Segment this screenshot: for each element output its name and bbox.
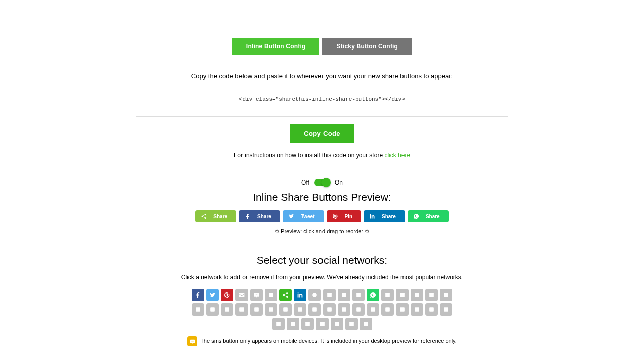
network-diaspora-button[interactable] [279, 303, 292, 316]
delicious-icon [253, 306, 260, 313]
tab-sticky[interactable]: Sticky Button Config [322, 38, 412, 55]
copy-code-button[interactable]: Copy Code [290, 124, 354, 143]
network-print-button[interactable] [440, 289, 452, 301]
network-skype-button[interactable] [287, 318, 299, 330]
network-surfingbird-button[interactable] [272, 318, 285, 330]
toggle-off-label: Off [301, 179, 309, 186]
network-wechat-button[interactable] [360, 318, 372, 330]
network-tumblr-button[interactable] [323, 289, 336, 301]
network-instapaper-button[interactable] [367, 303, 379, 316]
preview-label: Share [426, 214, 440, 219]
network-meneame-button[interactable] [221, 303, 233, 316]
network-gmail-button[interactable] [338, 303, 350, 316]
network-weibo-button[interactable] [396, 289, 409, 301]
preview-label: Share [213, 214, 227, 219]
refind-icon [428, 306, 435, 313]
preview-label: Pin [345, 214, 353, 219]
network-buffer-button[interactable] [265, 303, 277, 316]
xing-icon [428, 292, 435, 298]
whatsapp-icon [370, 292, 376, 298]
preview-linkedin-button[interactable]: Share [364, 210, 405, 222]
network-line-button[interactable] [381, 303, 394, 316]
network-blogger-button[interactable] [192, 303, 204, 316]
reddit-icon [311, 292, 318, 298]
network-linkedin-button[interactable] [294, 289, 306, 301]
network-flipboard-button[interactable] [206, 303, 219, 316]
pinterest-icon [224, 292, 230, 298]
sms-icon [253, 292, 260, 298]
network-sms-button[interactable] [250, 289, 263, 301]
tumblr-icon [326, 292, 333, 298]
network-refind-button[interactable] [425, 303, 438, 316]
facebook-icon [195, 292, 201, 298]
telegram-icon [304, 321, 311, 327]
preview-label: Share [382, 214, 396, 219]
network-mailru-button[interactable] [235, 303, 248, 316]
line-icon [384, 306, 391, 313]
network-reddit-button[interactable] [308, 289, 321, 301]
network-vk-button[interactable] [381, 289, 394, 301]
instapaper-icon [370, 306, 376, 313]
sharethis-icon [282, 292, 289, 298]
messenger-icon [268, 292, 274, 298]
network-douban-button[interactable] [294, 303, 306, 316]
facebook-icon [244, 213, 251, 220]
network-googlebookmarks-button[interactable] [323, 303, 336, 316]
network-delicious-button[interactable] [250, 303, 263, 316]
network-facebook-button[interactable] [192, 289, 204, 301]
network-threema-button[interactable] [316, 318, 329, 330]
network-pocket-button[interactable] [396, 303, 409, 316]
network-evernote-button[interactable] [308, 303, 321, 316]
network-xing-button[interactable] [425, 289, 438, 301]
wordpress-icon [348, 321, 355, 327]
stumbleupon-icon [355, 292, 362, 298]
flipboard-icon [209, 306, 216, 313]
pinterest-icon [332, 213, 339, 220]
network-yahoomail-button[interactable] [331, 318, 343, 330]
enable-toggle[interactable] [314, 179, 330, 186]
network-qzone-button[interactable] [411, 303, 423, 316]
network-email-button[interactable] [235, 289, 248, 301]
tab-inline[interactable]: Inline Button Config [232, 38, 320, 55]
preview-hint: ✩ Preview: click and drag to reorder ✩ [69, 228, 576, 235]
pocket-icon [399, 306, 406, 313]
network-renren-button[interactable] [440, 303, 452, 316]
preview-twitter-button[interactable]: Tweet [283, 210, 324, 222]
config-tabs: Inline Button Config Sticky Button Confi… [69, 38, 576, 55]
network-wordpress-button[interactable] [345, 318, 358, 330]
sms-note: The sms button only appears on mobile de… [69, 336, 576, 346]
install-instructions: For instructions on how to install this … [69, 152, 576, 159]
install-link[interactable]: click here [384, 152, 410, 159]
preview-whatsapp-button[interactable]: Share [408, 210, 449, 222]
preview-buttons-row: ShareShareTweetPinShareShare [69, 210, 576, 222]
network-messenger-button[interactable] [265, 289, 277, 301]
preview-label: Share [257, 214, 271, 219]
network-stumbleupon-button[interactable] [352, 289, 365, 301]
network-telegram-button[interactable] [301, 318, 314, 330]
network-digg-button[interactable] [338, 289, 350, 301]
buffer-icon [268, 306, 274, 313]
email-icon [238, 292, 245, 298]
network-hackernews-button[interactable] [352, 303, 365, 316]
preview-facebook-button[interactable]: Share [239, 210, 280, 222]
network-pinterest-button[interactable] [221, 289, 233, 301]
network-twitter-button[interactable] [206, 289, 219, 301]
network-sharethis-button[interactable] [279, 289, 292, 301]
preview-label: Tweet [301, 214, 315, 219]
network-whatsapp-button[interactable] [367, 289, 379, 301]
toggle-on-label: On [335, 179, 343, 186]
sharethis-icon [200, 213, 207, 220]
code-snippet-box[interactable]: <div class="sharethis-inline-share-butto… [136, 89, 508, 117]
renren-icon [443, 306, 449, 313]
preview-sharethis-button[interactable]: Share [195, 210, 236, 222]
vk-icon [384, 292, 391, 298]
threema-icon [319, 321, 326, 327]
blogger-icon [195, 306, 201, 313]
code-instruction: Copy the code below and paste it to wher… [69, 72, 576, 80]
enable-toggle-row: Off On [69, 179, 576, 186]
select-subtitle: Click a network to add or remove it from… [69, 274, 576, 281]
preview-pinterest-button[interactable]: Pin [327, 210, 362, 222]
surfingbird-icon [275, 321, 282, 327]
divider [136, 244, 508, 244]
network-odnoklassniki-button[interactable] [411, 289, 423, 301]
